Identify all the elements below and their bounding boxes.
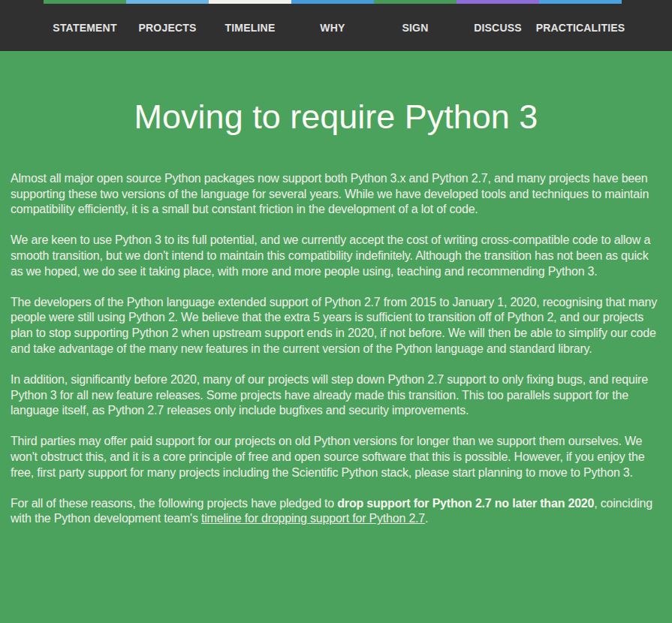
nav-item-timeline[interactable]: TIMELINE [209,0,291,51]
page-body: { "page": { "background": "#4aa25d", "na… [0,0,672,623]
nav-item-sign[interactable]: SIGN [374,0,457,51]
top-nav: STATEMENTPROJECTSTIMELINEWHYSIGNDISCUSSP… [0,0,672,51]
nav-item-statement[interactable]: STATEMENT [44,0,126,51]
nav-item-projects[interactable]: PROJECTS [126,0,209,51]
statement-paragraph: Third parties may offer paid support for… [11,434,661,480]
final-paragraph-bold: drop support for Python 2.7 no later tha… [337,497,594,510]
statement-paragraph: The developers of the Python language ex… [11,295,661,357]
statement-paragraph: In addition, significantly before 2020, … [11,372,661,419]
final-paragraph-suffix: . [425,512,428,525]
nav-item-practicalities[interactable]: PRACTICALITIES [539,0,622,51]
nav-item-discuss[interactable]: DISCUSS [457,0,539,51]
statement-paragraph: We are keen to use Python 3 to its full … [11,233,661,279]
main-content: Moving to require Python 3 Almost all ma… [0,51,672,527]
timeline-link[interactable]: timeline for dropping support for Python… [201,512,425,525]
final-paragraph: For all of these reasons, the following … [11,496,661,528]
statement-paragraph: Almost all major open source Python pack… [11,171,661,218]
nav-row: STATEMENTPROJECTSTIMELINEWHYSIGNDISCUSSP… [44,0,622,51]
statement-text: Almost all major open source Python pack… [11,171,661,481]
page-title: Moving to require Python 3 [11,51,661,137]
final-paragraph-prefix: For all of these reasons, the following … [11,497,337,510]
nav-item-why[interactable]: WHY [291,0,374,51]
